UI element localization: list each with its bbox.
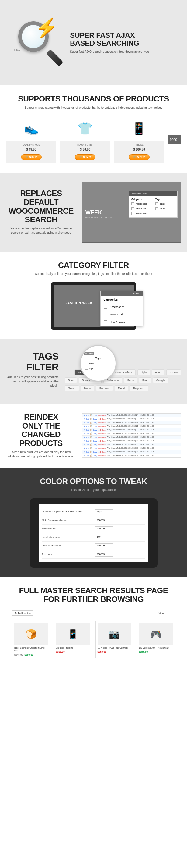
settings-row: Header text color: [42, 533, 145, 541]
magnifier-icon: ⚡ AJAX: [15, 18, 64, 67]
settings-label: Label for the product tags search field: [42, 510, 88, 513]
tag-pill[interactable]: Google: [153, 377, 169, 383]
edit-link[interactable]: ✎ Edit: [84, 432, 89, 435]
row-data: Wcd_13data4ada57b63 2323b983 | 16 | 2013…: [107, 443, 179, 445]
tag-pill[interactable]: utton: [152, 369, 164, 375]
delete-link[interactable]: ⊖ Delete: [98, 451, 106, 453]
filter-checkbox[interactable]: Accessories: [130, 202, 152, 206]
delete-link[interactable]: ⊖ Delete: [98, 429, 106, 431]
section-thousands-products: SUPPORTS THOUSANDS OF PRODUCTS Supports …: [0, 85, 187, 173]
filter-checkbox[interactable]: Mens Cloth: [130, 206, 152, 211]
delete-link[interactable]: ⊖ Delete: [98, 443, 106, 445]
delete-link[interactable]: ⊖ Delete: [98, 414, 106, 416]
copy-link[interactable]: 📋 Copy: [90, 455, 97, 457]
settings-row: Main Background color: [42, 516, 145, 525]
delete-link[interactable]: ⊖ Delete: [98, 425, 106, 427]
tag-pill[interactable]: Metal: [115, 385, 128, 391]
tag-pill[interactable]: Menu: [81, 385, 95, 391]
delete-link[interactable]: ⊖ Delete: [98, 436, 106, 438]
section-tags-filter: TAGS FILTER Add Tags to your best sellin…: [0, 339, 187, 404]
copy-link[interactable]: 📋 Copy: [90, 422, 97, 424]
copy-link[interactable]: 📋 Copy: [90, 414, 97, 416]
tag-pill[interactable]: Light: [138, 369, 150, 375]
buy-button[interactable]: 🛒 BUY IT: [128, 154, 149, 160]
copy-link[interactable]: 📋 Copy: [90, 432, 97, 435]
settings-input[interactable]: [95, 509, 113, 514]
settings-input[interactable]: [95, 535, 113, 539]
settings-input[interactable]: [95, 544, 113, 548]
settings-input[interactable]: [95, 518, 113, 522]
product-card: 👟 QUALITY SHOES $ 49,50 🛒 BUY IT: [6, 116, 56, 163]
sort-select[interactable]: Default sorting: [12, 611, 33, 616]
buy-button[interactable]: 🛒 BUY IT: [21, 154, 42, 160]
delete-link[interactable]: ⊖ Delete: [98, 455, 106, 457]
copy-link[interactable]: 📋 Copy: [90, 429, 97, 431]
edit-link[interactable]: ✎ Edit: [84, 440, 89, 442]
settings-label: Header text color: [42, 536, 88, 538]
tag-pill[interactable]: Paginator: [130, 385, 148, 391]
tag-checkbox[interactable]: jeans: [84, 361, 113, 366]
category-checkbox[interactable]: Mens Cloth: [101, 311, 143, 318]
row-data: Wcd_13data4ada57b63 2323b983 | 24 | 2013…: [107, 414, 179, 416]
result-card[interactable]: 📱 Grouped Products $300,00: [54, 621, 92, 658]
tag-pill[interactable]: Form: [124, 377, 137, 383]
settings-row: Label for the product tags search field: [42, 507, 145, 516]
tag-pill[interactable]: Blue: [65, 377, 77, 383]
edit-link[interactable]: ✎ Edit: [84, 455, 89, 457]
copy-link[interactable]: 📋 Copy: [90, 418, 97, 420]
zoom-title: Tags: [84, 356, 113, 360]
copy-link[interactable]: 📋 Copy: [90, 447, 97, 449]
settings-row: Text color: [42, 550, 145, 559]
section-title: SEARCH: [6, 215, 76, 224]
section-subtitle: When new products are added only the new…: [6, 450, 76, 459]
edit-link[interactable]: ✎ Edit: [84, 422, 89, 424]
edit-link[interactable]: ✎ Edit: [84, 429, 89, 431]
buy-button[interactable]: 🛒 BUY IT: [75, 154, 96, 160]
delete-link[interactable]: ⊖ Delete: [98, 432, 106, 435]
result-card[interactable]: 🍞 Black Sprinkled Crossfront Silver vest…: [12, 621, 50, 658]
copy-link[interactable]: 📋 Copy: [90, 436, 97, 438]
copy-link[interactable]: 📋 Copy: [90, 443, 97, 445]
tag-pill[interactable]: User interface: [112, 369, 136, 375]
tag-pill[interactable]: Post: [139, 377, 151, 383]
edit-link[interactable]: ✎ Edit: [84, 425, 89, 427]
delete-link[interactable]: ⊖ Delete: [98, 422, 106, 424]
result-card[interactable]: 📷 LG Mobile (8700) – No Contract $350,00: [96, 621, 134, 658]
settings-label: Main Background color: [42, 519, 88, 522]
delete-link[interactable]: ⊖ Delete: [98, 418, 106, 420]
edit-link[interactable]: ✎ Edit: [84, 418, 89, 420]
product-price: $ 49,50: [9, 148, 53, 151]
edit-link[interactable]: ✎ Edit: [84, 443, 89, 445]
tags-zoom-lens: ed Filter Tags jeanssuper: [80, 345, 116, 381]
edit-link[interactable]: ✎ Edit: [84, 451, 89, 453]
copy-link[interactable]: 📋 Copy: [90, 451, 97, 453]
edit-link[interactable]: ✎ Edit: [84, 414, 89, 416]
section-reindex: REINDEX ONLY THE CHANGED PRODUCTS When n…: [0, 404, 187, 467]
filter-checkbox[interactable]: jeans: [154, 202, 176, 206]
tag-pill[interactable]: Portfolio: [96, 385, 113, 391]
delete-link[interactable]: ⊖ Delete: [98, 447, 106, 449]
copy-link[interactable]: 📋 Copy: [90, 425, 97, 427]
category-checkbox[interactable]: Accessories: [101, 303, 143, 311]
settings-input[interactable]: [95, 552, 113, 557]
result-image: 🎮: [139, 623, 173, 645]
filter-checkbox[interactable]: New Arrivals: [130, 211, 152, 216]
edit-link[interactable]: ✎ Edit: [84, 447, 89, 449]
edit-link[interactable]: ✎ Edit: [84, 436, 89, 438]
list-view-icon[interactable]: [171, 611, 175, 615]
settings-input[interactable]: [95, 526, 113, 531]
section-subtitle: Supports large stores with thousands of …: [6, 106, 181, 110]
row-data: Wcd_13data4ada57b63 2323b983 | 17 | 2013…: [107, 440, 179, 442]
category-checkbox[interactable]: New Arrivals: [101, 318, 143, 326]
result-card[interactable]: 🎮 LG Mobile (8700) – No Contract $250,00: [137, 621, 175, 658]
tag-checkbox[interactable]: super: [84, 366, 113, 371]
result-name: Grouped Products: [56, 646, 90, 649]
settings-label: Header color: [42, 527, 88, 530]
tag-pill[interactable]: Brown: [166, 369, 181, 375]
filter-checkbox[interactable]: super: [154, 206, 176, 211]
copy-link[interactable]: 📋 Copy: [90, 440, 97, 442]
ajax-label: AJAX: [14, 49, 21, 52]
grid-view-icon[interactable]: [165, 611, 170, 615]
tag-pill[interactable]: Green: [65, 385, 79, 391]
delete-link[interactable]: ⊖ Delete: [98, 440, 106, 442]
